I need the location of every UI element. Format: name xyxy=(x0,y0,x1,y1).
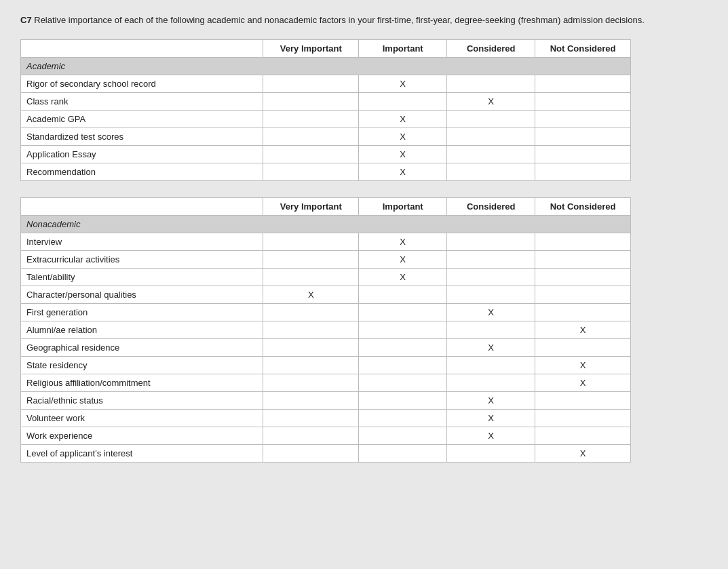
row-label: Religious affiliation/commitment xyxy=(21,374,263,391)
row-nc: X xyxy=(535,321,631,338)
row-label: Character/personal qualities xyxy=(21,286,263,303)
table2-col-con-header: Considered xyxy=(447,197,535,215)
table-row: Volunteer work X xyxy=(21,409,631,427)
row-imp xyxy=(359,338,447,356)
table-row: Interview X xyxy=(21,233,631,250)
row-con: X xyxy=(447,409,535,427)
table2-col-label-header xyxy=(21,197,263,215)
table-row: Work experience X xyxy=(21,427,631,444)
table-row: Rigor of secondary school record X xyxy=(21,75,631,92)
nonacademic-category-label: Nonacademic xyxy=(21,215,631,233)
row-imp xyxy=(359,444,447,462)
row-vi xyxy=(263,127,359,145)
row-vi xyxy=(263,321,359,338)
table-row: Talent/ability X xyxy=(21,268,631,286)
row-con xyxy=(447,233,535,250)
row-label: First generation xyxy=(21,303,263,321)
row-con xyxy=(447,250,535,268)
question-body: Relative importance of each of the follo… xyxy=(32,15,645,25)
table-row: Religious affiliation/commitment X xyxy=(21,374,631,391)
row-nc xyxy=(535,338,631,356)
row-imp xyxy=(359,286,447,303)
row-nc xyxy=(535,427,631,444)
row-label: Recommendation xyxy=(21,163,263,180)
row-label: Alumni/ae relation xyxy=(21,321,263,338)
row-nc xyxy=(535,409,631,427)
row-con xyxy=(447,286,535,303)
row-con xyxy=(447,110,535,127)
row-imp: X xyxy=(359,145,447,163)
row-con: X xyxy=(447,427,535,444)
row-vi xyxy=(263,145,359,163)
row-imp: X xyxy=(359,75,447,92)
row-imp: X xyxy=(359,268,447,286)
row-imp: X xyxy=(359,233,447,250)
row-imp: X xyxy=(359,110,447,127)
row-nc xyxy=(535,75,631,92)
nonacademic-table: Very Important Important Considered Not … xyxy=(20,197,631,463)
row-vi xyxy=(263,110,359,127)
row-label: State residency xyxy=(21,356,263,374)
row-label: Level of applicant's interest xyxy=(21,444,263,462)
row-label: Interview xyxy=(21,233,263,250)
row-vi xyxy=(263,163,359,180)
row-label: Standardized test scores xyxy=(21,127,263,145)
table-row: Recommendation X xyxy=(21,163,631,180)
row-imp xyxy=(359,409,447,427)
row-con xyxy=(447,145,535,163)
row-con xyxy=(447,163,535,180)
row-nc xyxy=(535,286,631,303)
row-vi xyxy=(263,268,359,286)
row-label: Rigor of secondary school record xyxy=(21,75,263,92)
row-con: X xyxy=(447,92,535,110)
row-con xyxy=(447,268,535,286)
row-con xyxy=(447,127,535,145)
table-row: Academic GPA X xyxy=(21,110,631,127)
row-nc xyxy=(535,145,631,163)
nonacademic-category-row: Nonacademic xyxy=(21,215,631,233)
row-vi xyxy=(263,409,359,427)
row-nc: X xyxy=(535,444,631,462)
table2-col-imp-header: Important xyxy=(359,197,447,215)
table-row: Application Essay X xyxy=(21,145,631,163)
row-label: Class rank xyxy=(21,92,263,110)
row-nc xyxy=(535,250,631,268)
row-con xyxy=(447,444,535,462)
row-con: X xyxy=(447,338,535,356)
table-row: Racial/ethnic status X xyxy=(21,391,631,409)
table2-col-vi-header: Very Important xyxy=(263,197,359,215)
table-row: Geographical residence X xyxy=(21,338,631,356)
row-imp xyxy=(359,303,447,321)
row-label: Racial/ethnic status xyxy=(21,391,263,409)
table-row: Extracurricular activities X xyxy=(21,250,631,268)
row-vi xyxy=(263,338,359,356)
row-vi xyxy=(263,303,359,321)
row-nc xyxy=(535,127,631,145)
row-label: Geographical residence xyxy=(21,338,263,356)
row-vi xyxy=(263,75,359,92)
row-imp xyxy=(359,92,447,110)
table1-col-vi-header: Very Important xyxy=(263,39,359,57)
row-vi xyxy=(263,233,359,250)
row-con: X xyxy=(447,303,535,321)
table-row: Level of applicant's interest X xyxy=(21,444,631,462)
row-vi xyxy=(263,92,359,110)
academic-category-row: Academic xyxy=(21,57,631,75)
row-label: Extracurricular activities xyxy=(21,250,263,268)
table1-col-con-header: Considered xyxy=(447,39,535,57)
row-label: Talent/ability xyxy=(21,268,263,286)
row-nc xyxy=(535,110,631,127)
table2-col-nc-header: Not Considered xyxy=(535,197,631,215)
row-nc xyxy=(535,268,631,286)
row-label: Work experience xyxy=(21,427,263,444)
row-imp xyxy=(359,391,447,409)
table-row: First generation X xyxy=(21,303,631,321)
question-id: C7 xyxy=(20,15,32,25)
row-con xyxy=(447,75,535,92)
row-nc: X xyxy=(535,374,631,391)
row-imp xyxy=(359,427,447,444)
academic-category-label: Academic xyxy=(21,57,631,75)
row-imp xyxy=(359,321,447,338)
row-label: Academic GPA xyxy=(21,110,263,127)
row-con xyxy=(447,374,535,391)
